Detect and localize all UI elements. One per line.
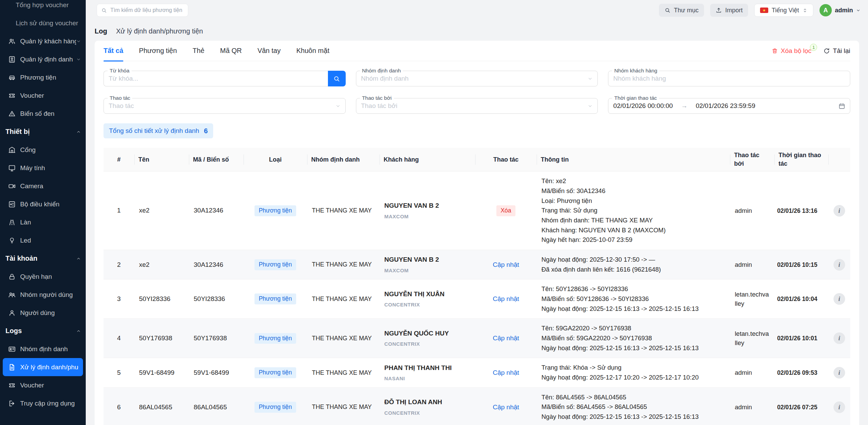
import-button[interactable]: Import: [710, 4, 748, 17]
import-button-label: Import: [725, 7, 743, 14]
gate-icon: [8, 146, 16, 154]
sidebar-item-6[interactable]: Biển số đen: [0, 105, 86, 123]
keyword-input[interactable]: [109, 75, 323, 82]
name-cell: xe2: [134, 172, 189, 250]
customer-org: CONCENTRIX: [384, 301, 470, 309]
group-cell: THE THANG XE MAY: [307, 358, 380, 387]
sidebar-item-13[interactable]: Led: [0, 231, 86, 249]
sidebar-section-7[interactable]: Thiết bị: [0, 123, 86, 141]
clear-filter-button[interactable]: Xóa bộ lọc 1: [772, 47, 812, 55]
folder-button[interactable]: Thư mục: [659, 4, 704, 17]
time-cell: 02/01/26 10:01: [774, 319, 828, 358]
breadcrumb-log[interactable]: Log: [95, 27, 107, 35]
sidebar-item-label: Làn: [20, 219, 31, 226]
tab-card[interactable]: Thẻ: [193, 41, 204, 61]
time-cell: 02/01/26 10:15: [774, 250, 828, 279]
sidebar-item-label: Camera: [20, 182, 43, 190]
sidebar-item-0[interactable]: Tổng hợp voucher: [0, 0, 86, 14]
keyword-search-button[interactable]: [328, 71, 346, 86]
main-area: Thư mục Import ★ Tiếng Việt A admin: [86, 0, 868, 425]
info-cell: Tên: 59GA22020 -> 50Y176938Mã/Biển số: 5…: [537, 319, 730, 358]
row-info-button[interactable]: i: [833, 401, 845, 413]
chevron-down-icon: [588, 76, 593, 81]
log-card: Tất cả Phương tiện Thẻ Mã QR Vân tay Khu…: [95, 41, 859, 425]
index-cell: 2: [104, 250, 134, 279]
sidebar-item-21[interactable]: Voucher: [0, 376, 86, 394]
action-tag: Cập nhật: [493, 334, 519, 342]
sidebar-section-14[interactable]: Tài khoản: [0, 249, 86, 268]
global-search-input[interactable]: [110, 7, 184, 13]
tab-qr[interactable]: Mã QR: [220, 41, 242, 61]
info-cell: Ngày hoạt động: 2025-12-30 17:50 -> —Đã …: [537, 250, 730, 279]
car-icon: [8, 74, 16, 81]
table-row: 450Y17693850Y176938Phương tiệnTHE THANG …: [104, 319, 850, 358]
search-icon: [101, 8, 107, 13]
sidebar-item-19[interactable]: Nhóm định danh: [0, 340, 86, 358]
customer-name: NGUYEN VAN B 2: [384, 201, 470, 211]
sidebar-item-11[interactable]: Bộ điều khiển: [0, 195, 86, 213]
type-cell: Phương tiện: [244, 358, 307, 387]
summary-tag: Tổng số chi tiết xử lý định danh 6: [104, 123, 213, 138]
actor-cell: admin: [730, 172, 774, 250]
sidebar-item-5[interactable]: Voucher: [0, 86, 86, 105]
column-header: #: [104, 148, 134, 172]
vietnam-flag-icon: ★: [760, 8, 768, 13]
user-menu[interactable]: A admin: [819, 4, 860, 16]
customer-group-field: Nhóm khách hàng: [608, 71, 850, 86]
sidebar-item-16[interactable]: Nhóm người dùng: [0, 286, 86, 304]
type-tag: Phương tiện: [254, 205, 296, 216]
language-selector[interactable]: ★ Tiếng Việt: [754, 4, 813, 17]
tab-fingerprint[interactable]: Vân tay: [258, 41, 281, 61]
customer-group-input[interactable]: [613, 75, 845, 82]
sidebar-item-22[interactable]: Truy cập ứng dụng: [0, 394, 86, 412]
row-info-button[interactable]: i: [833, 367, 845, 379]
row-info-button[interactable]: i: [833, 332, 845, 344]
customer-name: NGUYỄN THỊ XUÂN: [384, 289, 470, 299]
sidebar-item-10[interactable]: Camera: [0, 177, 86, 195]
customer-org: MAXCOM: [384, 267, 470, 275]
row-info-button[interactable]: i: [833, 259, 845, 271]
chevron-down-icon: [856, 8, 860, 13]
tab-vehicle[interactable]: Phương tiện: [139, 41, 177, 61]
sidebar-section-18[interactable]: Logs: [0, 322, 86, 340]
folder-button-label: Thư mục: [674, 7, 699, 14]
sidebar-item-4[interactable]: Phương tiện: [0, 68, 86, 86]
table-row: 1xe230A12346Phương tiệnTHE THANG XE MAYN…: [104, 172, 850, 250]
type-cell: Phương tiện: [244, 250, 307, 279]
tab-all[interactable]: Tất cả: [104, 41, 123, 61]
action-select[interactable]: Thao tác: [104, 98, 346, 114]
row-group: THE THANG XE MAY: [312, 403, 372, 410]
group-cell: THE THANG XE MAY: [307, 387, 380, 425]
tab-face[interactable]: Khuôn mặt: [296, 41, 329, 61]
sidebar-item-12[interactable]: Làn: [0, 213, 86, 231]
info-line: Ngày hoạt động: 2025-12-15 16:13 -> 2025…: [541, 343, 725, 353]
actor-cell: letan.techvalley: [730, 279, 774, 319]
reload-button[interactable]: Tải lại: [824, 47, 850, 55]
info-cell: Tên: 86AL4565 -> 86AL04565Mã/Biển số: 86…: [537, 387, 730, 425]
time-cell: 02/01/26 07:25: [774, 387, 828, 425]
index-cell: 3: [104, 279, 134, 319]
page-title: Xử lý định danh/phương tiện: [116, 27, 203, 35]
row-info-button[interactable]: i: [833, 293, 845, 305]
topbar: Thư mục Import ★ Tiếng Việt A admin: [86, 0, 868, 20]
row-code: 30A12346: [194, 207, 223, 214]
warning-icon: [8, 110, 16, 118]
sidebar-item-8[interactable]: Cổng: [0, 141, 86, 159]
row-info-button[interactable]: i: [833, 205, 845, 217]
chevron-down-icon: [588, 104, 593, 109]
sidebar-item-2[interactable]: Quản lý khách hàng: [0, 32, 86, 50]
sidebar-item-17[interactable]: Người dùng: [0, 304, 86, 322]
table-header-row: # Tên Mã / Biển số Loại Nhóm định danh K…: [104, 148, 850, 172]
reload-icon: [824, 48, 830, 54]
sidebar-item-9[interactable]: Máy tính: [0, 159, 86, 177]
range-end-value: 02/01/2026 23:59:59: [696, 102, 755, 110]
sidebar-item-3[interactable]: Quản lý định danh: [0, 50, 86, 68]
customer-name: NGUYEN VAN B 2: [384, 255, 470, 265]
sidebar-item-label: Tài khoản: [5, 255, 37, 262]
customer-group-label: Nhóm khách hàng: [612, 68, 659, 74]
sidebar-item-1[interactable]: Lịch sử dùng voucher: [0, 14, 86, 32]
users-icon: [8, 38, 16, 45]
sidebar-item-15[interactable]: Quyền hạn: [0, 268, 86, 286]
range-arrow-icon: →: [681, 102, 688, 110]
sidebar-item-20[interactable]: Xử lý định danh/phươ...: [3, 358, 83, 376]
